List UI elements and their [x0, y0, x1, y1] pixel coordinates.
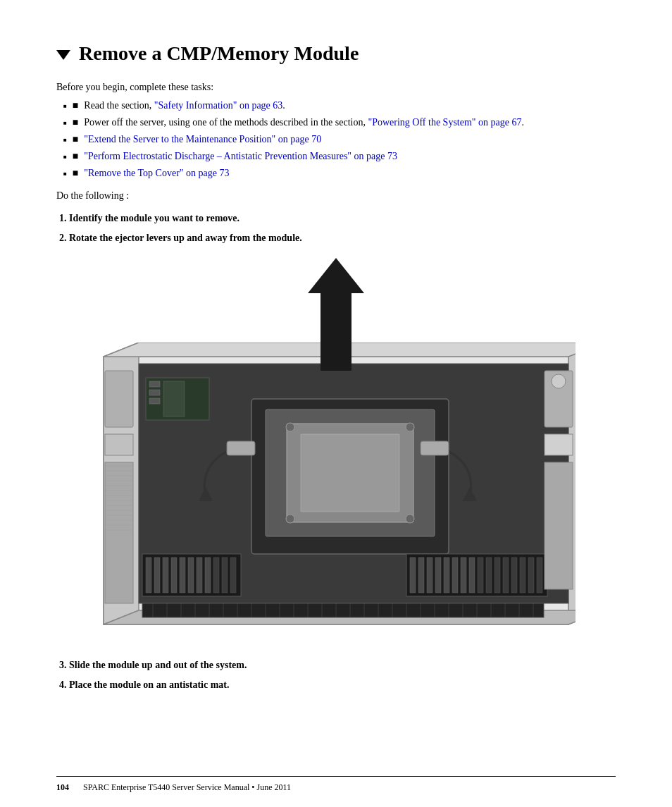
svg-rect-72	[163, 381, 185, 417]
step-4-number: 4.	[59, 679, 69, 690]
svg-rect-46	[537, 557, 542, 593]
svg-rect-36	[452, 557, 458, 593]
svg-rect-9	[301, 434, 399, 512]
bullet-text-3: "Extend the Server to the Maintenance Po…	[84, 134, 321, 145]
bullet-marker: ■	[73, 117, 78, 128]
svg-rect-39	[478, 557, 483, 593]
svg-rect-34	[435, 557, 441, 593]
svg-rect-37	[461, 557, 466, 593]
svg-rect-66	[545, 434, 573, 455]
svg-rect-43	[511, 557, 517, 593]
svg-rect-31	[410, 557, 416, 593]
svg-rect-44	[520, 557, 525, 593]
svg-rect-22	[171, 557, 177, 593]
footer: 104 SPARC Enterprise T5440 Server Servic…	[56, 776, 616, 793]
step-3-number: 3.	[59, 660, 69, 670]
svg-rect-21	[163, 557, 168, 593]
link-top-cover[interactable]: "Remove the Top Cover" on page 73	[84, 168, 229, 178]
step-3-text: Slide the module up and out of the syste…	[69, 660, 247, 670]
list-item: ■ "Extend the Server to the Maintenance …	[63, 134, 616, 145]
list-item: ■ Power off the server, using one of the…	[63, 117, 616, 128]
list-item: ■ "Perform Electrostatic Discharge – Ant…	[63, 151, 616, 162]
step-2-number: 2.	[59, 233, 69, 243]
list-item: ■ Read the section, "Safety Information"…	[63, 100, 616, 111]
svg-rect-40	[486, 557, 492, 593]
step-4: 4. Place the module on an antistatic mat…	[56, 679, 616, 691]
list-item: ■ "Remove the Top Cover" on page 73	[63, 168, 616, 179]
step-4-text: Place the module on an antistatic mat.	[69, 679, 229, 690]
bullet-text-4: "Perform Electrostatic Discharge – Antis…	[84, 151, 397, 162]
svg-rect-42	[503, 557, 509, 593]
svg-rect-24	[188, 557, 194, 593]
svg-rect-35	[444, 557, 449, 593]
svg-rect-70	[149, 390, 160, 395]
svg-point-13	[406, 515, 414, 523]
page: Remove a CMP/Memory Module Before you be…	[0, 0, 672, 807]
svg-rect-28	[222, 557, 228, 593]
svg-rect-41	[494, 557, 500, 593]
footer-text: SPARC Enterprise T5440 Server Service Ma…	[83, 782, 291, 793]
step-2: 2. Rotate the ejector levers up and away…	[56, 233, 616, 244]
svg-point-12	[286, 515, 294, 523]
svg-rect-71	[149, 398, 160, 404]
svg-point-11	[406, 423, 414, 431]
svg-rect-73	[142, 603, 544, 617]
bullet-text-5: "Remove the Top Cover" on page 73	[84, 168, 229, 179]
do-following-text: Do the following :	[56, 190, 616, 202]
svg-rect-17	[421, 441, 449, 455]
bullet-list: ■ Read the section, "Safety Information"…	[56, 100, 616, 179]
intro-text: Before you begin, complete these tasks:	[56, 82, 616, 93]
step-1-number: 1.	[59, 213, 69, 223]
section-title: Remove a CMP/Memory Module	[56, 42, 616, 65]
footer-page-number: 104	[56, 782, 69, 793]
step-2-text: Rotate the ejector levers up and away fr…	[69, 233, 302, 243]
svg-rect-48	[105, 434, 133, 455]
svg-rect-38	[469, 557, 475, 593]
svg-rect-26	[205, 557, 211, 593]
server-diagram	[97, 343, 575, 646]
diagram-wrapper	[97, 258, 575, 646]
link-safety[interactable]: "Safety Information" on page 63	[154, 100, 283, 111]
svg-rect-27	[213, 557, 219, 593]
bullet-text-1: Read the section, "Safety Information" o…	[84, 100, 285, 111]
diagram-container	[56, 258, 616, 646]
arrow-shaft	[321, 293, 351, 371]
svg-rect-15	[227, 441, 255, 455]
link-powering-off[interactable]: "Powering Off the System" on page 67	[368, 117, 521, 128]
svg-rect-32	[418, 557, 424, 593]
svg-rect-49	[105, 462, 133, 603]
svg-rect-45	[528, 557, 534, 593]
svg-rect-29	[230, 557, 236, 593]
svg-rect-47	[105, 371, 133, 427]
link-extend-server[interactable]: "Extend the Server to the Maintenance Po…	[84, 134, 321, 144]
bullet-marker: ■	[73, 100, 78, 111]
svg-rect-25	[197, 557, 202, 593]
triangle-icon	[56, 50, 70, 60]
svg-rect-33	[427, 557, 433, 593]
bullet-marker: ■	[73, 134, 78, 145]
bullet-marker: ■	[73, 151, 78, 162]
svg-rect-23	[180, 557, 185, 593]
svg-rect-69	[149, 381, 160, 387]
svg-point-10	[286, 423, 294, 431]
step-1-text: Identify the module you want to remove.	[69, 213, 239, 223]
title-text: Remove a CMP/Memory Module	[79, 42, 359, 65]
svg-rect-19	[146, 557, 151, 593]
svg-rect-20	[154, 557, 160, 593]
up-arrow	[308, 258, 364, 371]
bullet-text-2: Power off the server, using one of the m…	[84, 117, 524, 128]
link-esd[interactable]: "Perform Electrostatic Discharge – Antis…	[84, 151, 397, 161]
step-3: 3. Slide the module up and out of the sy…	[56, 660, 616, 671]
arrow-head	[308, 258, 364, 293]
svg-point-65	[552, 374, 566, 388]
bullet-marker: ■	[73, 168, 78, 179]
svg-rect-67	[545, 462, 573, 589]
step-1: 1. Identify the module you want to remov…	[56, 213, 616, 224]
